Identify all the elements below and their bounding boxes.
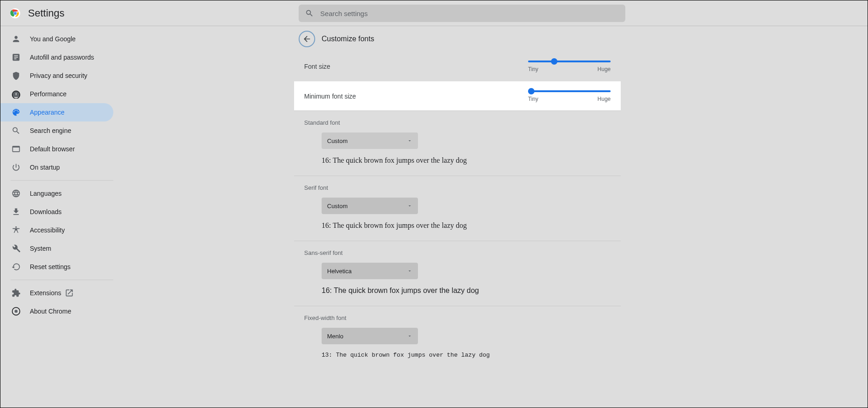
sidebar-item-accessibility[interactable]: Accessibility	[0, 221, 113, 239]
min-font-size-row: Minimum font size Tiny Huge	[294, 81, 621, 110]
sidebar-item-label: About Chrome	[30, 308, 71, 315]
sidebar-item-downloads[interactable]: Downloads	[0, 203, 113, 221]
browser-icon	[11, 144, 21, 154]
sidebar-item-label: Search engine	[30, 127, 71, 134]
sidebar-item-default-browser[interactable]: Default browser	[0, 140, 113, 158]
autofill-icon	[11, 53, 21, 62]
reset-icon	[11, 262, 21, 271]
sidebar-item-label: You and Google	[30, 35, 76, 43]
palette-icon	[11, 108, 21, 117]
standard-font-section: Standard font Custom 16: The quick brown…	[294, 110, 621, 176]
chevron-down-icon	[407, 203, 412, 209]
sans-font-section: Sans-serif font Helvetica 16: The quick …	[294, 241, 621, 306]
search-icon	[11, 126, 21, 135]
sidebar-item-languages[interactable]: Languages	[0, 184, 113, 203]
customize-fonts-card: Customize fonts Font size Tiny Huge Mini…	[294, 26, 621, 407]
slider-min-label: Tiny	[528, 66, 538, 72]
sidebar-item-extensions[interactable]: Extensions	[0, 284, 113, 302]
standard-font-select[interactable]: Custom	[322, 132, 418, 149]
page-title: Settings	[28, 7, 65, 19]
font-size-row: Font size Tiny Huge	[294, 52, 621, 81]
serif-font-section: Serif font Custom 16: The quick brown fo…	[294, 176, 621, 241]
sidebar-item-label: Autofill and passwords	[30, 54, 94, 61]
shield-icon	[11, 71, 21, 80]
slider-thumb[interactable]	[528, 88, 534, 94]
chevron-down-icon	[407, 333, 412, 339]
sidebar-item-you-and-google[interactable]: You and Google	[0, 30, 113, 48]
globe-icon	[11, 189, 21, 198]
search-settings-input[interactable]	[320, 10, 619, 17]
sidebar-item-system[interactable]: System	[0, 239, 113, 258]
back-button[interactable]	[299, 31, 315, 47]
slider-thumb[interactable]	[551, 58, 557, 65]
card-title: Customize fonts	[322, 35, 374, 43]
sidebar-item-performance[interactable]: Performance	[0, 85, 113, 103]
speed-icon	[11, 89, 21, 99]
search-settings-box[interactable]	[299, 5, 625, 22]
dropdown-value: Menlo	[327, 333, 343, 340]
chevron-down-icon	[407, 138, 412, 143]
serif-font-preview: 16: The quick brown fox jumps over the l…	[322, 221, 611, 230]
chrome-logo-icon	[10, 8, 21, 19]
power-icon	[11, 163, 21, 172]
chrome-icon	[11, 307, 21, 316]
sidebar-item-label: Reset settings	[30, 263, 71, 270]
accessibility-icon	[11, 226, 21, 235]
sidebar: You and Google Autofill and passwords Pr…	[0, 26, 120, 407]
sidebar-item-label: Performance	[30, 90, 67, 98]
sidebar-item-label: Accessibility	[30, 226, 65, 234]
download-icon	[11, 207, 21, 216]
sidebar-item-label: On startup	[30, 164, 60, 171]
external-link-icon	[65, 288, 74, 298]
sidebar-item-appearance[interactable]: Appearance	[0, 103, 113, 121]
sidebar-item-privacy[interactable]: Privacy and security	[0, 66, 113, 85]
chevron-down-icon	[407, 268, 412, 274]
slider-max-label: Huge	[597, 66, 611, 72]
sans-font-preview: 16: The quick brown fox jumps over the l…	[322, 287, 611, 295]
sidebar-item-label: Downloads	[30, 208, 61, 215]
sidebar-item-reset[interactable]: Reset settings	[0, 258, 113, 276]
fixed-font-select[interactable]: Menlo	[322, 328, 418, 344]
search-icon	[305, 9, 314, 18]
sidebar-item-label: Extensions	[30, 289, 61, 297]
sidebar-item-on-startup[interactable]: On startup	[0, 158, 113, 176]
fixed-font-label: Fixed-width font	[304, 314, 611, 321]
card-header: Customize fonts	[294, 26, 621, 52]
sidebar-item-label: Languages	[30, 190, 61, 197]
font-size-label: Font size	[304, 63, 330, 70]
min-font-size-label: Minimum font size	[304, 93, 356, 100]
standard-font-preview: 16: The quick brown fox jumps over the l…	[322, 156, 611, 165]
sidebar-separator	[11, 280, 113, 280]
sidebar-item-label: Privacy and security	[30, 72, 87, 79]
sidebar-item-label: Default browser	[30, 145, 75, 153]
sans-font-select[interactable]: Helvetica	[322, 263, 418, 279]
slider-min-label: Tiny	[528, 96, 538, 102]
sans-font-label: Sans-serif font	[304, 249, 611, 256]
wrench-icon	[11, 244, 21, 253]
extension-icon	[11, 288, 21, 298]
font-size-slider[interactable]: Tiny Huge	[528, 61, 611, 72]
serif-font-select[interactable]: Custom	[322, 198, 418, 214]
sidebar-item-label: System	[30, 245, 51, 252]
slider-max-label: Huge	[597, 96, 611, 102]
sidebar-item-label: Appearance	[30, 109, 65, 116]
person-icon	[11, 34, 21, 44]
sidebar-item-search-engine[interactable]: Search engine	[0, 121, 113, 140]
fixed-font-preview: 13: The quick brown fox jumps over the l…	[322, 352, 611, 358]
serif-font-label: Serif font	[304, 184, 611, 191]
arrow-left-icon	[302, 34, 312, 44]
dropdown-value: Custom	[327, 138, 348, 144]
main-content: Customize fonts Font size Tiny Huge Mini…	[120, 26, 868, 407]
dropdown-value: Custom	[327, 203, 348, 210]
fixed-font-section: Fixed-width font Menlo 13: The quick bro…	[294, 306, 621, 369]
header: Settings	[0, 0, 868, 26]
sidebar-separator	[11, 180, 113, 181]
sidebar-item-autofill[interactable]: Autofill and passwords	[0, 48, 113, 66]
standard-font-label: Standard font	[304, 119, 611, 126]
min-font-size-slider[interactable]: Tiny Huge	[528, 90, 611, 102]
sidebar-item-about[interactable]: About Chrome	[0, 302, 113, 320]
dropdown-value: Helvetica	[327, 268, 351, 275]
